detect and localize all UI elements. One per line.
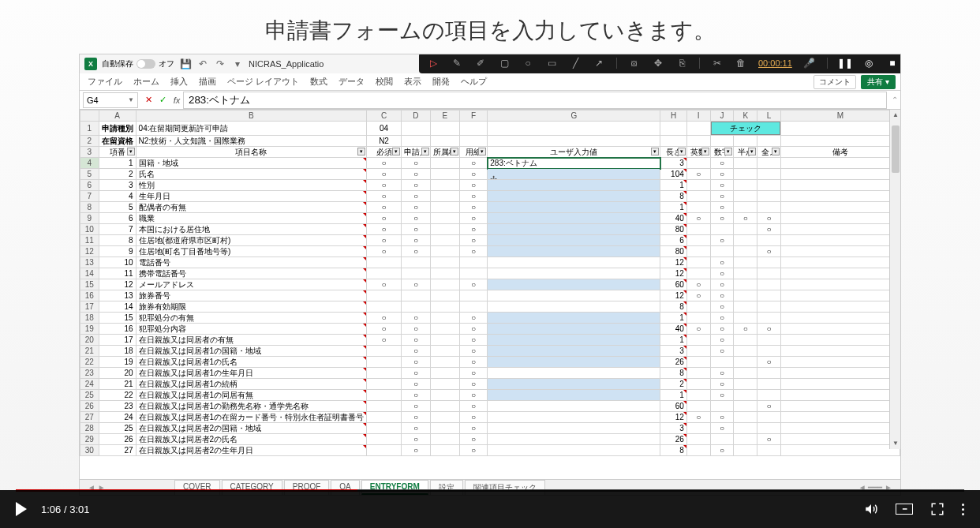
redo-icon[interactable]: ↷ bbox=[214, 58, 226, 70]
cell[interactable]: 本国における居住地 bbox=[136, 224, 367, 235]
cell[interactable]: ○ bbox=[710, 301, 734, 313]
row-header[interactable]: 19 bbox=[80, 324, 99, 335]
cell[interactable] bbox=[367, 423, 402, 434]
cell[interactable] bbox=[686, 335, 710, 346]
cell[interactable]: 60 bbox=[660, 401, 687, 412]
cell[interactable]: ○ bbox=[367, 202, 402, 213]
cell[interactable] bbox=[780, 246, 900, 257]
cell[interactable] bbox=[757, 390, 781, 401]
cell[interactable] bbox=[488, 246, 660, 257]
rect-tool-icon[interactable]: ▭ bbox=[545, 57, 558, 69]
col-header-M[interactable]: M bbox=[780, 110, 900, 122]
row-header[interactable]: 8 bbox=[80, 202, 99, 213]
cell[interactable]: ○ bbox=[710, 379, 734, 390]
cell[interactable]: 19 bbox=[99, 357, 136, 368]
cell[interactable] bbox=[710, 246, 734, 257]
row-header[interactable]: 10 bbox=[80, 224, 99, 235]
filter-header[interactable]: 所属機▾ bbox=[430, 147, 459, 158]
cell[interactable]: ○ bbox=[401, 412, 430, 423]
cell[interactable]: 11 bbox=[99, 268, 136, 279]
cell[interactable] bbox=[430, 279, 459, 290]
cell[interactable] bbox=[430, 235, 459, 246]
cell[interactable] bbox=[367, 434, 402, 445]
row-header[interactable]: 23 bbox=[80, 368, 99, 379]
cell[interactable] bbox=[686, 268, 710, 279]
cell[interactable]: ○ bbox=[401, 357, 430, 368]
cell[interactable] bbox=[430, 224, 459, 235]
row-header[interactable]: 17 bbox=[80, 301, 99, 313]
fx-icon[interactable]: fx bbox=[170, 95, 184, 105]
tab-file[interactable]: ファイル bbox=[88, 76, 122, 88]
filter-dropdown-icon[interactable]: ▾ bbox=[651, 148, 659, 155]
cell[interactable]: ○ bbox=[401, 390, 430, 401]
cell[interactable] bbox=[734, 268, 757, 279]
scroll-up-icon[interactable]: ▲ bbox=[890, 110, 900, 121]
cell[interactable] bbox=[734, 191, 757, 202]
enter-formula-icon[interactable]: ✓ bbox=[155, 95, 170, 105]
cell[interactable]: ○ bbox=[710, 346, 734, 357]
cell[interactable]: 在日親族又は同居者1の同居有無 bbox=[136, 390, 367, 401]
cell[interactable] bbox=[757, 368, 781, 379]
filter-header[interactable]: 半が▾ bbox=[734, 147, 757, 158]
cell[interactable]: ○ bbox=[401, 379, 430, 390]
cell[interactable]: ○ bbox=[459, 202, 487, 213]
filter-header[interactable]: 英数▾ bbox=[686, 147, 710, 158]
cell[interactable] bbox=[686, 445, 710, 456]
cell[interactable]: 1 bbox=[660, 202, 687, 213]
cell[interactable]: ○ bbox=[401, 423, 430, 434]
cell[interactable]: 申請種別 bbox=[99, 122, 136, 136]
cell[interactable]: ○ bbox=[401, 279, 430, 290]
qat-more-icon[interactable]: ▾ bbox=[231, 58, 244, 70]
cell[interactable]: ○ bbox=[401, 401, 430, 412]
cell[interactable] bbox=[488, 423, 660, 434]
cell[interactable]: 17 bbox=[99, 335, 136, 346]
cell[interactable] bbox=[430, 357, 459, 368]
cell[interactable] bbox=[734, 169, 757, 180]
row-header[interactable]: 21 bbox=[80, 346, 99, 357]
cell[interactable]: ○ bbox=[757, 434, 781, 445]
cell[interactable]: ○ bbox=[401, 246, 430, 257]
row-header[interactable]: 29 bbox=[80, 434, 99, 445]
cell[interactable]: 25 bbox=[99, 423, 136, 434]
cell[interactable] bbox=[780, 313, 900, 324]
cell[interactable] bbox=[430, 301, 459, 313]
cell[interactable]: 283:ベトナム bbox=[488, 158, 660, 169]
cell[interactable]: ○ bbox=[459, 368, 487, 379]
cell[interactable]: ○ bbox=[459, 235, 487, 246]
cell[interactable] bbox=[488, 324, 660, 335]
filter-header[interactable]: ユーザ入力値▾ bbox=[488, 147, 660, 158]
cell[interactable]: ○ bbox=[459, 158, 487, 169]
cell[interactable]: 14 bbox=[99, 301, 136, 313]
cell[interactable] bbox=[430, 390, 459, 401]
cell[interactable]: 12 bbox=[660, 268, 687, 279]
cell[interactable] bbox=[686, 191, 710, 202]
cell[interactable]: 04 bbox=[367, 122, 402, 136]
row-header[interactable]: 20 bbox=[80, 335, 99, 346]
cell[interactable]: ○ bbox=[367, 213, 402, 224]
more-options-icon[interactable] bbox=[962, 504, 964, 515]
col-header-I[interactable]: I bbox=[686, 110, 710, 122]
cell[interactable]: ○ bbox=[686, 412, 710, 423]
row-header[interactable]: 18 bbox=[80, 313, 99, 324]
cell[interactable] bbox=[430, 191, 459, 202]
cell[interactable] bbox=[430, 445, 459, 456]
cell[interactable]: 104 bbox=[660, 169, 687, 180]
filter-dropdown-icon[interactable]: ▾ bbox=[748, 148, 756, 155]
cell[interactable]: N2 bbox=[367, 136, 402, 147]
cell[interactable]: ○ bbox=[459, 191, 487, 202]
cell[interactable]: ○ bbox=[401, 202, 430, 213]
cell[interactable] bbox=[757, 423, 781, 434]
cell[interactable]: ○ bbox=[710, 257, 734, 268]
cell[interactable] bbox=[757, 169, 781, 180]
cell[interactable] bbox=[757, 191, 781, 202]
cell[interactable] bbox=[367, 368, 402, 379]
row-header[interactable]: 1 bbox=[80, 122, 99, 136]
filter-dropdown-icon[interactable]: ▾ bbox=[127, 148, 135, 155]
cell[interactable]: 12 bbox=[99, 279, 136, 290]
cell[interactable]: 21 bbox=[99, 379, 136, 390]
cell[interactable]: ○ bbox=[401, 224, 430, 235]
cell[interactable]: ○ bbox=[367, 235, 402, 246]
cell[interactable]: 在日親族又は同居者2の国籍・地域 bbox=[136, 423, 367, 434]
cell[interactable] bbox=[686, 368, 710, 379]
cell[interactable] bbox=[430, 368, 459, 379]
